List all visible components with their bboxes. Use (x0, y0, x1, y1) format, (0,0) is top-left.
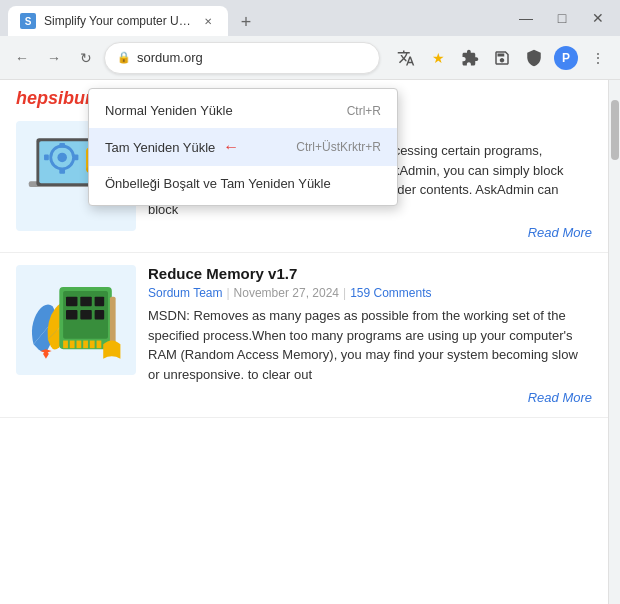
reload-button[interactable]: ↻ (72, 44, 100, 72)
svg-rect-23 (76, 340, 81, 348)
shield-icon[interactable] (520, 44, 548, 72)
profile-avatar: P (554, 46, 578, 70)
title-bar: S Simplify Your computer Usage ✕ + — □ ✕ (0, 0, 620, 36)
article-2-body: Reduce Memory v1.7 Sordum Team | Novembe… (148, 265, 592, 405)
article-2-read-more[interactable]: Read More (148, 390, 592, 405)
svg-point-4 (57, 152, 67, 162)
extensions-icon[interactable] (456, 44, 484, 72)
svg-rect-22 (69, 340, 74, 348)
svg-rect-21 (63, 340, 68, 348)
clear-cache-label: Önbelleği Boşalt ve Tam Yeniden Yükle (105, 176, 331, 191)
address-bar[interactable]: 🔒 sordum.org (104, 42, 380, 74)
svg-rect-15 (66, 296, 77, 306)
menu-icon[interactable]: ⋮ (584, 44, 612, 72)
clear-cache-menu-item[interactable]: Önbelleği Boşalt ve Tam Yeniden Yükle (89, 166, 397, 201)
svg-rect-18 (66, 310, 77, 320)
back-button[interactable]: ← (8, 44, 36, 72)
lock-icon: 🔒 (117, 51, 131, 64)
hard-reload-label: Tam Yeniden Yükle (105, 140, 215, 155)
browser-frame: S Simplify Your computer Usage ✕ + — □ ✕… (0, 0, 620, 604)
maximize-button[interactable]: □ (548, 4, 576, 32)
red-arrow-icon: ← (223, 138, 239, 156)
article-2-author: Sordum Team (148, 286, 222, 300)
tab-bar: S Simplify Your computer Usage ✕ + (8, 0, 508, 36)
svg-rect-24 (83, 340, 88, 348)
svg-rect-20 (94, 310, 104, 320)
save-page-icon[interactable] (488, 44, 516, 72)
article-2-excerpt: MSDN: Removes as many pages as possible … (148, 306, 592, 384)
hard-reload-menu-item[interactable]: Tam Yeniden Yükle ← Ctrl+ÜstKrktr+R (89, 128, 397, 166)
svg-rect-7 (44, 154, 49, 160)
hard-reload-shortcut: Ctrl+ÜstKrktr+R (296, 140, 381, 154)
nav-icons: ★ P ⋮ (392, 44, 612, 72)
article-2-date: November 27, 2024 (234, 286, 339, 300)
svg-rect-17 (94, 296, 104, 306)
scrollbar-thumb[interactable] (611, 100, 619, 160)
normal-reload-menu-item[interactable]: Normal Yeniden Yükle Ctrl+R (89, 93, 397, 128)
profile-icon[interactable]: P (552, 44, 580, 72)
svg-rect-8 (73, 154, 78, 160)
active-tab[interactable]: S Simplify Your computer Usage ✕ (8, 6, 228, 36)
article-1-read-more[interactable]: Read More (148, 225, 592, 240)
forward-button[interactable]: → (40, 44, 68, 72)
new-tab-button[interactable]: + (232, 8, 260, 36)
svg-rect-25 (89, 340, 94, 348)
svg-rect-26 (96, 340, 101, 348)
url-text: sordum.org (137, 50, 367, 65)
article-2-comments: 159 Comments (350, 286, 431, 300)
svg-rect-19 (80, 310, 91, 320)
article-2-meta: Sordum Team | November 27, 2024 | 159 Co… (148, 286, 592, 300)
nav-bar: ← → ↻ 🔒 sordum.org ★ P ⋮ (0, 36, 620, 80)
tab-title: Simplify Your computer Usage (44, 14, 192, 28)
article-2-title: Reduce Memory v1.7 (148, 265, 592, 282)
normal-reload-label: Normal Yeniden Yükle (105, 103, 233, 118)
window-controls: — □ ✕ (512, 4, 612, 32)
scrollbar[interactable] (608, 80, 620, 604)
bookmark-star-icon[interactable]: ★ (424, 44, 452, 72)
article-2-item: Reduce Memory v1.7 Sordum Team | Novembe… (0, 253, 608, 418)
normal-reload-shortcut: Ctrl+R (347, 104, 381, 118)
context-menu: Normal Yeniden Yükle Ctrl+R Tam Yeniden … (88, 88, 398, 206)
tab-favicon-letter: S (25, 16, 32, 27)
svg-rect-6 (59, 168, 65, 173)
translate-icon[interactable] (392, 44, 420, 72)
minimize-button[interactable]: — (512, 4, 540, 32)
svg-rect-16 (80, 296, 91, 306)
tab-close-button[interactable]: ✕ (200, 13, 216, 29)
svg-rect-5 (59, 143, 65, 148)
article-2-image (16, 265, 136, 375)
tab-favicon: S (20, 13, 36, 29)
close-window-button[interactable]: ✕ (584, 4, 612, 32)
